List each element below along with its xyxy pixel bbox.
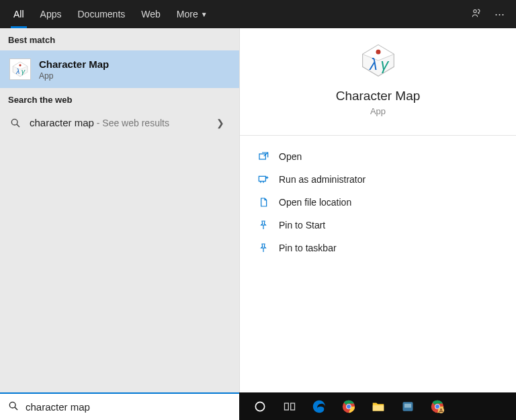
divider	[240, 135, 516, 136]
details-title: Character Map	[336, 89, 421, 103]
web-result-query: character map	[30, 117, 94, 128]
best-match-header: Best match	[0, 28, 239, 50]
web-result-label: character map - See web results	[30, 117, 169, 128]
svg-line-18	[15, 407, 17, 410]
action-pin-start[interactable]: Pin to Start	[240, 214, 516, 237]
svg-point-30	[435, 405, 439, 409]
app-large-icon: λγ	[359, 42, 397, 79]
best-match-item[interactable]: λγ Character Map App	[0, 50, 239, 88]
svg-rect-21	[291, 403, 295, 410]
svg-text:γ: γ	[22, 67, 26, 75]
chevron-down-icon: ▼	[201, 11, 208, 18]
svg-point-19	[255, 402, 264, 411]
svg-point-10	[376, 50, 380, 54]
pin-start-icon	[257, 219, 269, 231]
tab-more[interactable]: More▼	[169, 0, 216, 28]
action-open-location[interactable]: Open file location	[240, 191, 516, 214]
best-match-title: Character Map	[39, 58, 109, 70]
action-pin-start-label: Pin to Start	[279, 220, 325, 230]
tab-web-label: Web	[141, 9, 161, 19]
details-subtitle: App	[370, 106, 386, 116]
open-icon	[257, 151, 269, 163]
svg-rect-25	[373, 405, 384, 411]
svg-line-7	[17, 124, 19, 127]
best-match-subtitle: App	[39, 71, 109, 81]
action-run-admin-label: Run as administrator	[279, 174, 366, 185]
file-explorer-icon[interactable]	[370, 398, 387, 415]
tab-web[interactable]: Web	[133, 0, 169, 28]
tab-all-label: All	[13, 9, 24, 19]
character-map-app-icon: λγ	[9, 58, 31, 80]
task-view-icon[interactable]	[281, 398, 298, 415]
svg-text:γ: γ	[380, 56, 389, 73]
tab-all[interactable]: All	[5, 0, 32, 28]
tab-apps-label: Apps	[40, 9, 62, 19]
admin-icon	[257, 173, 269, 185]
cortana-icon[interactable]	[251, 398, 269, 415]
action-open-label: Open	[279, 151, 302, 162]
tab-documents[interactable]: Documents	[69, 0, 133, 28]
pin-taskbar-icon	[257, 242, 269, 254]
details-panel: λγ Character Map App Open Run as adminis…	[239, 28, 516, 392]
svg-rect-14	[259, 176, 265, 181]
search-input[interactable]	[26, 401, 231, 413]
svg-point-0	[474, 9, 476, 12]
edge-icon[interactable]	[310, 398, 328, 415]
filter-tabs: All Apps Documents Web More▼ ⋯	[0, 0, 516, 28]
search-icon	[9, 118, 22, 128]
action-run-admin[interactable]: Run as administrator	[240, 168, 516, 191]
feedback-icon[interactable]	[465, 8, 488, 21]
svg-text:λ: λ	[15, 67, 19, 75]
svg-rect-13	[259, 154, 265, 159]
chevron-right-icon: ❯	[216, 118, 224, 128]
taskbar	[239, 392, 516, 420]
results-panel: Best match λγ Character Map App Search t…	[0, 28, 239, 392]
svg-point-17	[9, 402, 15, 408]
file-location-icon	[257, 196, 269, 208]
svg-point-32	[440, 408, 442, 410]
chrome-profile-icon[interactable]	[429, 398, 446, 415]
svg-point-24	[347, 405, 351, 409]
search-icon	[8, 401, 19, 414]
search-web-header: Search the web	[0, 88, 239, 110]
action-pin-taskbar[interactable]: Pin to taskbar	[240, 237, 516, 259]
action-open[interactable]: Open	[240, 145, 516, 168]
tab-apps[interactable]: Apps	[32, 0, 70, 28]
svg-point-3	[19, 64, 21, 66]
svg-text:λ: λ	[368, 56, 377, 73]
search-box	[0, 392, 239, 420]
tab-more-label: More	[177, 9, 198, 19]
web-result-suffix: - See web results	[94, 118, 169, 128]
chrome-icon[interactable]	[340, 398, 357, 415]
svg-rect-20	[285, 403, 289, 410]
action-open-location-label: Open file location	[279, 197, 351, 208]
svg-point-6	[11, 119, 17, 125]
tab-documents-label: Documents	[77, 9, 125, 19]
more-options-icon[interactable]: ⋯	[488, 8, 511, 20]
app-shortcut-icon[interactable]	[399, 398, 417, 415]
web-result-item[interactable]: character map - See web results ❯	[0, 110, 239, 135]
action-pin-taskbar-label: Pin to taskbar	[279, 243, 337, 253]
svg-rect-27	[404, 403, 411, 407]
